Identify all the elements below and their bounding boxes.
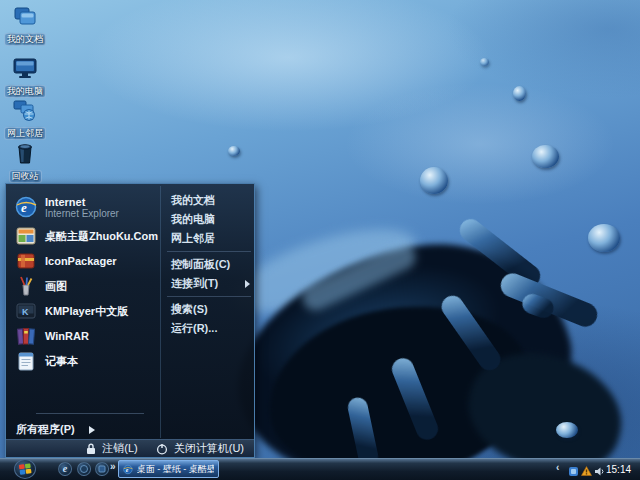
notepad-icon	[15, 350, 37, 372]
start-menu-item-title: KMPlayer中文版	[45, 305, 128, 317]
start-menu-pinned-list: e Internet Internet Explorer	[8, 191, 160, 373]
menu-divider	[167, 251, 251, 252]
desktop-icon-my-documents[interactable]: 我的文档	[2, 4, 48, 46]
water-droplet	[228, 146, 240, 156]
start-menu-item-connect-to[interactable]: 连接到(T)	[161, 274, 255, 293]
quick-launch-ie-icon[interactable]: e	[58, 462, 72, 476]
desktop-icon-network-places[interactable]: 网上邻居	[2, 98, 48, 140]
network-places-icon	[12, 98, 38, 122]
recycle-bin-icon	[12, 141, 38, 165]
windows-logo-icon	[19, 463, 32, 476]
water-droplet	[480, 58, 489, 66]
submenu-arrow-icon	[245, 280, 250, 288]
internet-explorer-icon: e	[15, 196, 37, 218]
menu-item-label: 控制面板(C)	[171, 257, 230, 272]
water-droplet	[532, 145, 559, 168]
start-menu-places-list: 我的文档 我的电脑 网上邻居 控制面板(C) 连接到(T) 搜索(S) 运行(R…	[161, 191, 255, 338]
all-programs-arrow-icon	[89, 426, 95, 434]
quick-launch-overflow-chevron[interactable]: »	[110, 461, 116, 472]
desktop-icon-label: 我的文档	[4, 33, 46, 46]
tray-security-icon[interactable]	[581, 463, 592, 474]
zhuoku-theme-icon	[15, 225, 37, 247]
my-computer-icon	[12, 56, 38, 80]
start-menu-item-internet[interactable]: e Internet Internet Explorer	[8, 191, 160, 223]
start-menu-item-iconpackager[interactable]: IconPackager	[8, 248, 160, 273]
menu-item-label: 运行(R)...	[171, 321, 217, 336]
desktop-icon-label: 回收站	[9, 170, 42, 183]
all-programs-button[interactable]: 所有程序(P)	[16, 420, 156, 439]
tray-volume-icon[interactable]	[594, 463, 605, 474]
all-programs-label: 所有程序(P)	[16, 422, 75, 437]
desktop: 我的文档 我的电脑 网上邻居	[0, 0, 640, 480]
desktop-icon-recycle-bin[interactable]: 回收站	[2, 141, 48, 183]
start-menu-item-control-panel[interactable]: 控制面板(C)	[161, 255, 255, 274]
start-menu-item-my-computer[interactable]: 我的电脑	[161, 210, 255, 229]
lock-icon	[86, 443, 96, 455]
start-menu-item-network-places[interactable]: 网上邻居	[161, 229, 255, 248]
start-menu-item-title: WinRAR	[45, 330, 89, 342]
start-menu-item-paint[interactable]: 画图	[8, 273, 160, 298]
start-menu-item-my-documents[interactable]: 我的文档	[161, 191, 255, 210]
my-documents-icon	[12, 4, 38, 28]
desktop-icon-my-computer[interactable]: 我的电脑	[2, 56, 48, 98]
log-off-button[interactable]: 注销(L)	[86, 441, 137, 456]
desktop-glyph	[80, 465, 88, 473]
power-icon	[156, 443, 168, 455]
start-menu-item-title: 画图	[45, 280, 67, 292]
menu-item-label: 网上邻居	[171, 231, 215, 246]
quick-launch-show-desktop-icon[interactable]	[77, 462, 91, 476]
start-menu-item-zhuoku-theme[interactable]: 桌酷主题ZhuoKu.Com	[8, 223, 160, 248]
start-menu: e Internet Internet Explorer	[5, 183, 255, 458]
svg-text:K: K	[22, 306, 29, 316]
water-droplet	[420, 167, 448, 194]
start-menu-item-title: Internet	[45, 196, 119, 208]
start-menu-item-title: 桌酷主题ZhuoKu.Com	[45, 230, 158, 242]
start-menu-footer: 注销(L) 关闭计算机(U)	[6, 439, 254, 457]
log-off-label: 注销(L)	[102, 441, 137, 456]
menu-item-label: 我的电脑	[171, 212, 215, 227]
water-droplet	[588, 224, 620, 252]
menu-divider	[167, 296, 251, 297]
media-glyph	[98, 465, 106, 473]
menu-item-label: 搜索(S)	[171, 302, 208, 317]
all-programs-divider	[36, 413, 144, 414]
start-menu-item-kmplayer[interactable]: K KMPlayer中文版	[8, 298, 160, 323]
svg-text:e: e	[21, 200, 27, 215]
quick-launch-media-icon[interactable]	[95, 462, 109, 476]
start-menu-item-notepad[interactable]: 记事本	[8, 348, 160, 373]
start-menu-item-subtitle: Internet Explorer	[45, 208, 119, 219]
tray-collapse-chevron[interactable]: ‹	[556, 462, 559, 473]
water-droplet	[513, 86, 526, 101]
start-menu-item-search[interactable]: 搜索(S)	[161, 300, 255, 319]
shutdown-button[interactable]: 关闭计算机(U)	[156, 441, 244, 456]
desktop-icon-label: 我的电脑	[4, 85, 46, 98]
winrar-icon	[15, 325, 37, 347]
iconpackager-icon	[15, 250, 37, 272]
menu-item-label: 我的文档	[171, 193, 215, 208]
menu-item-label: 连接到(T)	[171, 276, 218, 291]
ie-glyph: e	[63, 464, 67, 474]
kmplayer-icon: K	[15, 300, 37, 322]
taskbar-task-button[interactable]: e 桌面 - 壁纸 - 桌酷壁...	[118, 460, 219, 478]
tray-messenger-icon[interactable]	[568, 463, 579, 474]
task-button-label: 桌面 - 壁纸 - 桌酷壁...	[137, 463, 214, 476]
taskbar-clock[interactable]: 15:14	[606, 464, 631, 475]
desktop-icon-label: 网上邻居	[4, 127, 46, 140]
water-droplet	[556, 422, 578, 438]
paint-icon	[15, 275, 37, 297]
start-menu-item-run[interactable]: 运行(R)...	[161, 319, 255, 338]
start-menu-item-winrar[interactable]: WinRAR	[8, 323, 160, 348]
start-menu-item-title: IconPackager	[45, 255, 117, 267]
start-menu-item-title: 记事本	[45, 355, 78, 367]
shutdown-label: 关闭计算机(U)	[174, 441, 244, 456]
ie-task-icon: e	[123, 464, 133, 475]
start-button[interactable]	[14, 459, 36, 479]
